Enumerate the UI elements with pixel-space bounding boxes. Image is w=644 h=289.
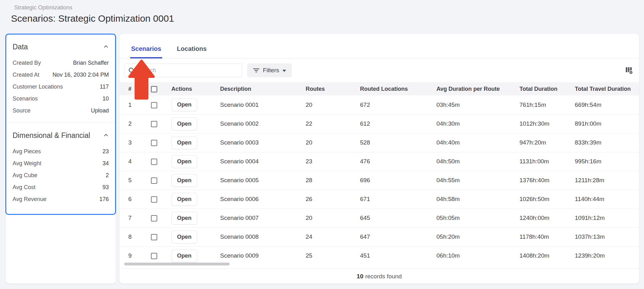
cell-routes: 20 [306, 95, 360, 114]
search-input-wrapper [124, 63, 242, 77]
cell-description: Scenario 0001 [220, 95, 306, 114]
cell-routed-locations: 672 [360, 95, 436, 114]
cell-avg-duration-per-route: 04h:55m [436, 171, 519, 190]
open-button[interactable]: Open [171, 212, 197, 225]
cell-avg-duration-per-route: 05h:20m [436, 227, 519, 246]
cell-routed-locations: 612 [360, 114, 436, 133]
column-settings-icon[interactable] [625, 66, 633, 75]
row-checkbox[interactable] [151, 140, 157, 146]
records-found: 10 records found [119, 269, 639, 284]
cell-total-travel-duration: 1140h:44m [575, 190, 639, 209]
info-row: Created AtNov 16, 2030 2:04 PM [13, 71, 109, 78]
cell-row-index: 3 [119, 133, 151, 152]
cell-select [151, 152, 171, 171]
tab-scenarios[interactable]: Scenarios [130, 45, 162, 58]
info-label: Created By [13, 59, 41, 66]
row-checkbox[interactable] [151, 234, 157, 240]
cell-avg-duration-per-route: 04h:40m [436, 133, 519, 152]
horizontal-scrollbar-thumb[interactable] [124, 263, 230, 265]
info-label: Avg Revenue [13, 196, 47, 203]
info-value: 93 [103, 184, 109, 191]
cell-select [151, 133, 171, 152]
cell-total-travel-duration: 1091h:12m [575, 209, 639, 227]
info-value: 34 [103, 160, 109, 167]
cell-actions: Open [171, 114, 220, 133]
select-all-checkbox[interactable] [151, 86, 157, 92]
caret-down-icon [282, 70, 286, 72]
info-value: 10 [103, 95, 109, 102]
cell-avg-duration-per-route: 05h:05m [436, 209, 519, 227]
cell-total-duration: 1408h:20m [519, 246, 575, 265]
cell-total-duration: 1240h:00m [519, 209, 575, 227]
cell-routes: 23 [306, 152, 360, 171]
open-button[interactable]: Open [171, 155, 197, 168]
cell-row-index: 5 [119, 171, 151, 190]
filters-button[interactable]: Filters [247, 63, 292, 77]
info-row: Created ByBrian Schaffer [13, 59, 109, 66]
cell-actions: Open [171, 152, 220, 171]
cell-routed-locations: 476 [360, 152, 436, 171]
cell-total-travel-duration: 1211h:28m [575, 171, 639, 190]
row-checkbox[interactable] [151, 102, 157, 108]
cell-select [151, 246, 171, 265]
info-label: Customer Locations [13, 83, 63, 90]
open-button[interactable]: Open [171, 193, 197, 206]
info-label: Avg Cube [13, 172, 37, 179]
column-header-select [151, 82, 171, 95]
open-button[interactable]: Open [171, 98, 197, 111]
open-button[interactable]: Open [171, 231, 197, 243]
cell-row-index: 6 [119, 190, 151, 209]
cell-avg-duration-per-route: 06h:10m [436, 246, 519, 265]
cell-avg-duration-per-route: 03h:45m [436, 95, 519, 114]
sidebar-section: Dimensional & FinancialAvg Pieces23Avg W… [6, 122, 116, 211]
open-button[interactable]: Open [171, 174, 197, 187]
open-button[interactable]: Open [171, 136, 197, 149]
cell-actions: Open [171, 227, 220, 246]
info-value: 117 [100, 83, 109, 90]
row-checkbox[interactable] [151, 215, 157, 221]
info-value: Nov 16, 2030 2:04 PM [53, 71, 109, 78]
tab-locations[interactable]: Locations [176, 45, 208, 58]
table-header-row: #ActionsDescriptionRoutesRouted Location… [119, 82, 639, 95]
info-label: Created At [13, 71, 39, 78]
open-button[interactable]: Open [171, 117, 197, 130]
info-row: Avg Cost93 [13, 184, 109, 191]
chevron-up-icon[interactable] [103, 44, 109, 51]
row-checkbox[interactable] [151, 177, 157, 184]
cell-description: Scenario 0002 [220, 114, 306, 133]
scenarios-table-wrapper: #ActionsDescriptionRoutesRouted Location… [119, 82, 639, 265]
column-header-routed-locations: Routed Locations [360, 82, 436, 95]
breadcrumb[interactable]: Strategic Optimizations [14, 4, 72, 11]
table-row: 1OpenScenario 00012067203h:45m761h:15m66… [119, 95, 639, 114]
chevron-up-icon[interactable] [103, 132, 109, 139]
cell-total-duration: 1178h:40m [519, 227, 575, 246]
cell-total-duration: 1376h:40m [519, 171, 575, 190]
column-header-index: # [119, 82, 151, 95]
cell-routed-locations: 645 [360, 209, 436, 227]
info-row: Avg Cube2 [13, 172, 109, 179]
filter-icon [253, 68, 260, 73]
search-input[interactable] [137, 67, 238, 74]
cell-actions: Open [171, 171, 220, 190]
section-header[interactable]: Dimensional & Financial [13, 131, 109, 140]
table-body: 1OpenScenario 00012067203h:45m761h:15m66… [119, 95, 639, 265]
cell-select [151, 114, 171, 133]
cell-routes: 22 [306, 114, 360, 133]
info-value: 176 [99, 196, 109, 203]
row-checkbox[interactable] [151, 121, 157, 127]
section-header[interactable]: Data [13, 43, 109, 51]
scenarios-table: #ActionsDescriptionRoutesRouted Location… [119, 82, 639, 265]
cell-routed-locations: 647 [360, 227, 436, 246]
info-row: Scenarios10 [13, 95, 109, 102]
row-checkbox[interactable] [151, 253, 157, 259]
info-value: Upload [91, 107, 109, 114]
cell-routes: 20 [306, 133, 360, 152]
cell-row-index: 8 [119, 227, 151, 246]
row-checkbox[interactable] [151, 196, 157, 203]
toolbar: Filters [124, 63, 633, 78]
row-checkbox[interactable] [151, 159, 157, 165]
page-title: Scenarios: Strategic Optimization 0001 [11, 13, 174, 24]
cell-routed-locations: 671 [360, 190, 436, 209]
cell-description: Scenario 0005 [220, 171, 306, 190]
open-button[interactable]: Open [171, 249, 197, 262]
